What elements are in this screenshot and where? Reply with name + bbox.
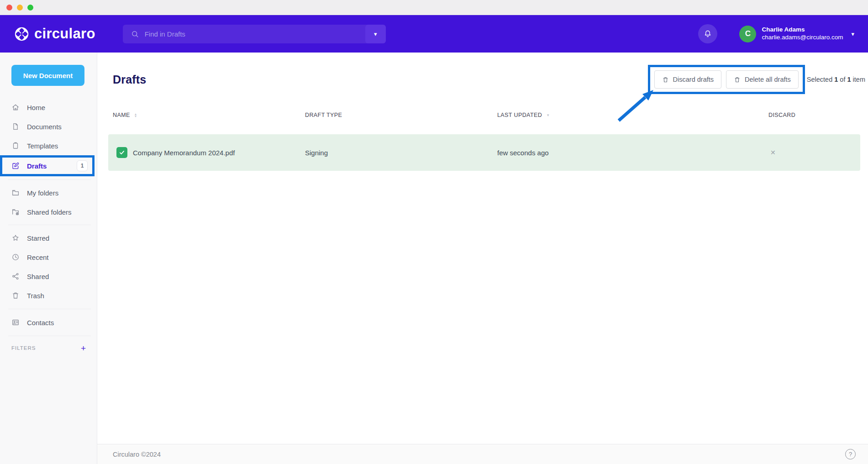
- table-row[interactable]: Company Memorandum 2024.pdf Signing few …: [108, 134, 860, 171]
- sidebar-item-shared-folders[interactable]: Shared folders: [0, 202, 97, 221]
- user-menu-caret-icon[interactable]: ▾: [851, 31, 854, 37]
- sidebar-item-label: Templates: [27, 142, 58, 150]
- column-header-discard: DISCARD: [768, 112, 860, 118]
- sidebar-item-my-folders[interactable]: My folders: [0, 183, 97, 202]
- divider: [8, 309, 91, 309]
- sidebar-item-label: Contacts: [27, 319, 54, 327]
- sidebar-item-drafts[interactable]: Drafts 1: [2, 158, 92, 174]
- sort-desc-icon: ▼: [546, 113, 550, 117]
- template-icon: [11, 142, 20, 150]
- trash-icon: [662, 76, 669, 83]
- sidebar-item-label: Trash: [27, 292, 44, 300]
- drafts-edit-icon: [11, 162, 20, 170]
- question-mark-icon[interactable]: ?: [845, 449, 856, 459]
- row-last-updated: few seconds ago: [497, 149, 768, 157]
- brand-wordmark: circularo: [34, 26, 95, 42]
- copyright-text: Circularo ©2024: [113, 451, 161, 458]
- sidebar-item-shared[interactable]: Shared: [0, 267, 97, 286]
- bell-icon: [703, 29, 712, 38]
- document-icon: [11, 122, 20, 131]
- sidebar-item-label: Home: [27, 104, 45, 111]
- star-icon: [11, 234, 20, 242]
- search-scope-dropdown[interactable]: ▾: [365, 25, 386, 43]
- trash-icon: [734, 76, 741, 83]
- plus-icon[interactable]: +: [81, 344, 86, 353]
- sidebar-item-documents[interactable]: Documents: [0, 117, 97, 136]
- share-icon: [11, 272, 20, 280]
- filters-section: FILTERS +: [0, 342, 97, 354]
- close-window-icon[interactable]: [6, 5, 12, 11]
- shared-folder-icon: [11, 208, 20, 216]
- footer: Circularo ©2024 ?: [97, 444, 868, 464]
- drafts-count-badge: 1: [77, 160, 88, 171]
- circularo-logo-icon: [14, 26, 29, 42]
- x-icon[interactable]: ✕: [770, 149, 776, 156]
- sidebar-item-recent[interactable]: Recent: [0, 248, 97, 267]
- sidebar-item-label: Drafts: [27, 162, 47, 170]
- sidebar-item-label: Starred: [27, 234, 49, 242]
- sidebar-item-label: My folders: [27, 189, 58, 197]
- selection-status: Selected 1 of 1 item: [807, 76, 865, 83]
- sidebar-item-label: Recent: [27, 253, 49, 261]
- row-checkbox-checked[interactable]: [116, 147, 127, 158]
- sort-icon: ▲▼: [134, 113, 137, 117]
- main-content: Drafts Discard drafts Delete all drafts: [97, 53, 868, 464]
- clock-icon: [11, 253, 20, 261]
- contacts-icon: [11, 318, 20, 327]
- row-document-name: Company Memorandum 2024.pdf: [133, 149, 235, 157]
- minimize-window-icon[interactable]: [17, 5, 23, 11]
- sidebar-item-contacts[interactable]: Contacts: [0, 313, 97, 332]
- user-info[interactable]: Charlie Adams charlie.adams@circularo.co…: [762, 26, 843, 42]
- trash-icon: [11, 291, 20, 300]
- divider: [8, 225, 91, 225]
- sidebar: New Document Home Documents Templates: [0, 53, 97, 464]
- user-name: Charlie Adams: [762, 26, 843, 34]
- table-header-row: NAME ▲▼ DRAFT TYPE LAST UPDATED ▼ DISCAR…: [108, 105, 860, 125]
- column-header-last-updated[interactable]: LAST UPDATED ▼: [497, 112, 768, 118]
- column-header-draft-type: DRAFT TYPE: [305, 112, 497, 118]
- window-title-bar: [0, 0, 868, 15]
- maximize-window-icon[interactable]: [27, 5, 33, 11]
- page-title: Drafts: [113, 73, 146, 86]
- sidebar-item-templates[interactable]: Templates: [0, 136, 97, 155]
- sidebar-item-label: Shared: [27, 273, 49, 280]
- notifications-button[interactable]: [698, 24, 717, 43]
- sidebar-item-label: Documents: [27, 123, 62, 131]
- filters-label: FILTERS: [11, 345, 36, 351]
- sidebar-item-home[interactable]: Home: [0, 98, 97, 117]
- sidebar-item-label: Shared folders: [27, 208, 72, 216]
- discard-drafts-button[interactable]: Discard drafts: [654, 70, 721, 89]
- row-draft-type: Signing: [305, 149, 497, 157]
- divider: [8, 179, 91, 180]
- annotation-box-buttons: Discard drafts Delete all drafts: [648, 65, 805, 94]
- divider: [8, 336, 91, 336]
- search-icon: [131, 30, 139, 38]
- sidebar-item-trash[interactable]: Trash: [0, 286, 97, 305]
- folder-icon: [11, 189, 20, 197]
- search-input[interactable]: [139, 30, 365, 38]
- annotation-box-drafts: Drafts 1: [0, 155, 95, 176]
- user-email: charlie.adams@circularo.com: [762, 34, 843, 42]
- discard-drafts-label: Discard drafts: [673, 76, 714, 83]
- delete-all-drafts-button[interactable]: Delete all drafts: [726, 70, 799, 89]
- new-document-button[interactable]: New Document: [11, 65, 84, 86]
- home-icon: [11, 103, 20, 111]
- user-avatar[interactable]: C: [739, 26, 756, 42]
- column-header-name[interactable]: NAME ▲▼: [108, 112, 305, 118]
- sidebar-item-starred[interactable]: Starred: [0, 228, 97, 248]
- circularo-logo[interactable]: circularo: [14, 26, 95, 42]
- delete-all-drafts-label: Delete all drafts: [745, 76, 791, 83]
- app-header: circularo ▾ C Charlie Adams charlie.adam…: [0, 15, 868, 53]
- drafts-table: NAME ▲▼ DRAFT TYPE LAST UPDATED ▼ DISCAR…: [108, 105, 860, 171]
- search-bar: ▾: [123, 25, 386, 43]
